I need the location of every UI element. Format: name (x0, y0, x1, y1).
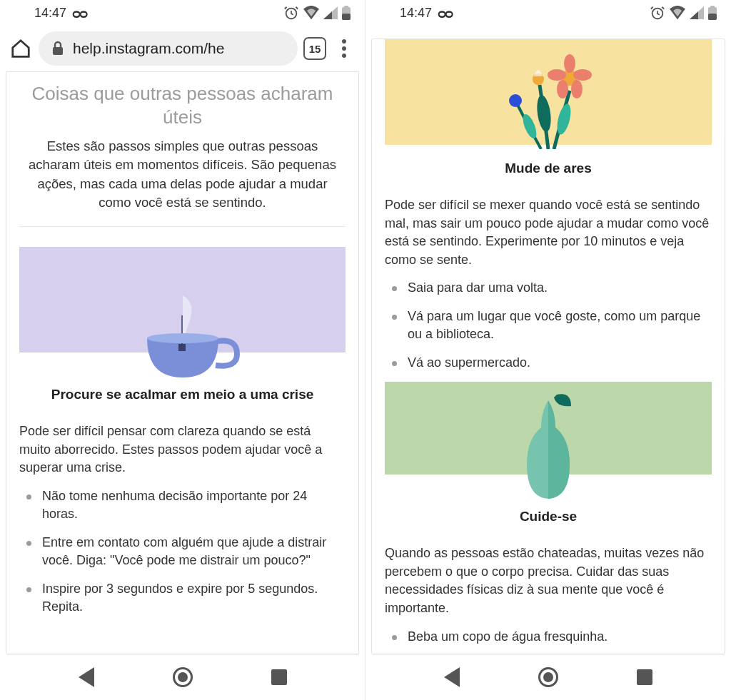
svg-rect-2 (344, 6, 348, 8)
svg-point-17 (564, 54, 575, 73)
nav-back-icon[interactable] (79, 667, 94, 687)
phone-screen-left: 14:47 ᴑᴑ help.instagram.com/he 15 (0, 0, 366, 700)
overflow-menu-icon[interactable] (332, 39, 356, 58)
svg-point-12 (535, 94, 553, 133)
tips-list-care: Beba um copo de água fresquinha. (385, 628, 712, 646)
nav-recent-icon[interactable] (637, 669, 652, 685)
section-body-crisis: Pode ser difícil pensar com clareza quan… (19, 422, 346, 477)
list-item: Beba um copo de água fresquinha. (392, 628, 712, 646)
svg-point-21 (557, 80, 568, 98)
wifi-icon (303, 6, 319, 20)
list-item: Não tome nenhuma decisão importante por … (26, 487, 346, 524)
section-body-change: Pode ser difícil se mexer quando você es… (385, 196, 712, 269)
content-card-left: Coisas que outras pessoas acharam úteis … (6, 71, 359, 654)
list-item: Vá para um lugar que você goste, como um… (392, 308, 712, 344)
illustration-flowers (385, 39, 712, 145)
signal-icon (690, 6, 704, 19)
android-nav-bar (366, 654, 731, 700)
lock-icon (51, 41, 64, 56)
phone-screen-right: 14:47 ᴑᴑ (366, 0, 731, 700)
svg-point-20 (571, 80, 583, 98)
divider (19, 226, 346, 227)
svg-point-15 (509, 94, 522, 107)
tips-list-crisis: Não tome nenhuma decisão importante por … (19, 487, 346, 617)
nav-recent-icon[interactable] (271, 669, 287, 685)
voicemail-icon: ᴑᴑ (72, 6, 86, 21)
section-title-crisis: Procure se acalmar em meio a uma crise (19, 387, 346, 402)
home-icon[interactable] (9, 36, 33, 61)
page-subtitle: Estes são passos simples que outras pess… (19, 137, 346, 212)
nav-home-icon[interactable] (173, 667, 193, 687)
status-bar: 14:47 ᴑᴑ (0, 0, 365, 26)
page-title: Coisas que outras pessoas acharam úteis (19, 82, 346, 128)
alarm-icon (650, 5, 665, 21)
list-item: Vá ao supermercado. (392, 354, 712, 372)
alarm-icon (283, 5, 299, 21)
svg-point-7 (147, 333, 218, 343)
voicemail-icon: ᴑᴑ (438, 6, 452, 21)
illustration-pear (385, 382, 712, 475)
list-item: Entre em contato com alguém que ajude a … (26, 534, 346, 570)
svg-point-18 (573, 69, 592, 81)
svg-rect-11 (708, 14, 717, 20)
svg-rect-4 (53, 47, 63, 55)
tabs-button[interactable]: 15 (303, 37, 326, 60)
status-time: 14:47 (400, 6, 432, 21)
battery-icon (708, 6, 717, 20)
content-card-right: Mude de ares Pode ser difícil se mexer q… (371, 39, 725, 654)
list-item: Inspire por 3 segundos e expire por 5 se… (26, 580, 346, 617)
illustration-teacup (19, 247, 346, 352)
signal-icon (323, 6, 338, 19)
browser-toolbar: help.instagram.com/he 15 (0, 26, 365, 71)
nav-back-icon[interactable] (444, 667, 460, 687)
status-icons (283, 5, 351, 21)
status-time: 14:47 (34, 6, 66, 21)
svg-rect-10 (710, 6, 715, 8)
svg-rect-3 (342, 14, 351, 20)
svg-point-19 (548, 69, 566, 81)
section-body-care: Quando as pessoas estão chateadas, muita… (385, 544, 712, 617)
status-icons (650, 5, 717, 21)
section-title-care: Cuide-se (385, 509, 712, 524)
url-text: help.instagram.com/he (73, 40, 224, 57)
nav-home-icon[interactable] (538, 667, 558, 687)
wifi-icon (670, 6, 685, 20)
battery-icon (342, 6, 351, 20)
list-item: Saia para dar uma volta. (392, 279, 712, 298)
android-nav-bar (0, 654, 365, 700)
tips-list-change: Saia para dar uma volta. Vá para um luga… (385, 279, 712, 372)
status-bar: 14:47 ᴑᴑ (366, 0, 731, 26)
tab-count: 15 (309, 43, 321, 55)
url-bar[interactable]: help.instagram.com/he (39, 31, 298, 66)
section-title-change: Mude de ares (385, 161, 712, 176)
